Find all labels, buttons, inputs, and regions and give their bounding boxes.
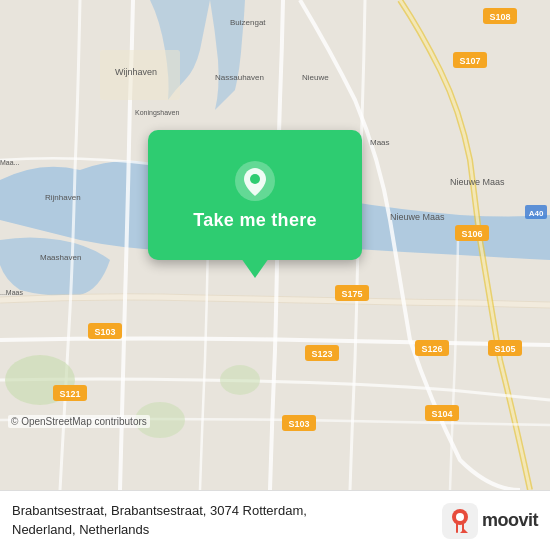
svg-text:S103: S103	[94, 327, 115, 337]
svg-text:Koningshaven: Koningshaven	[135, 109, 179, 117]
svg-text:S121: S121	[59, 389, 80, 399]
svg-text:...Maas: ...Maas	[0, 289, 23, 296]
moovit-label: moovit	[482, 510, 538, 531]
svg-text:Maa...: Maa...	[0, 159, 20, 166]
svg-point-4	[220, 365, 260, 395]
svg-text:S106: S106	[461, 229, 482, 239]
map-container: S108 S107 S106 S175 S123 S126 S105 S103 …	[0, 0, 550, 490]
svg-text:Rijnhaven: Rijnhaven	[45, 193, 81, 202]
svg-text:S108: S108	[489, 12, 510, 22]
svg-text:A40: A40	[529, 209, 544, 218]
address-line2: Nederland, Netherlands	[12, 522, 149, 537]
svg-text:S175: S175	[341, 289, 362, 299]
svg-rect-46	[456, 523, 458, 533]
svg-text:S105: S105	[494, 344, 515, 354]
svg-text:S103: S103	[288, 419, 309, 429]
svg-text:S104: S104	[431, 409, 452, 419]
svg-point-45	[456, 513, 464, 521]
bottom-bar: Brabantsestraat, Brabantsestraat, 3074 R…	[0, 490, 550, 550]
moovit-logo: moovit	[442, 503, 538, 539]
location-pin-icon	[234, 160, 276, 202]
svg-text:Buizengat: Buizengat	[230, 18, 266, 27]
address-line1: Brabantsestraat, Brabantsestraat, 3074 R…	[12, 503, 307, 518]
moovit-icon	[442, 503, 478, 539]
svg-text:Nieuwe: Nieuwe	[302, 73, 329, 82]
address-block: Brabantsestraat, Brabantsestraat, 3074 R…	[12, 502, 442, 538]
svg-text:Maashaven: Maashaven	[40, 253, 81, 262]
map-credit: © OpenStreetMap contributors	[8, 415, 150, 428]
svg-text:S123: S123	[311, 349, 332, 359]
take-me-there-card[interactable]: Take me there	[148, 130, 362, 260]
svg-text:Nieuwe Maas: Nieuwe Maas	[450, 177, 505, 187]
take-me-there-label: Take me there	[193, 210, 317, 231]
svg-point-42	[250, 174, 260, 184]
svg-text:Maas: Maas	[370, 138, 390, 147]
svg-text:Nieuwe Maas: Nieuwe Maas	[390, 212, 445, 222]
svg-text:S126: S126	[421, 344, 442, 354]
svg-text:S107: S107	[459, 56, 480, 66]
svg-text:Wijnhaven: Wijnhaven	[115, 67, 157, 77]
osm-credit-text: © OpenStreetMap contributors	[11, 416, 147, 427]
svg-text:Nassauhaven: Nassauhaven	[215, 73, 264, 82]
